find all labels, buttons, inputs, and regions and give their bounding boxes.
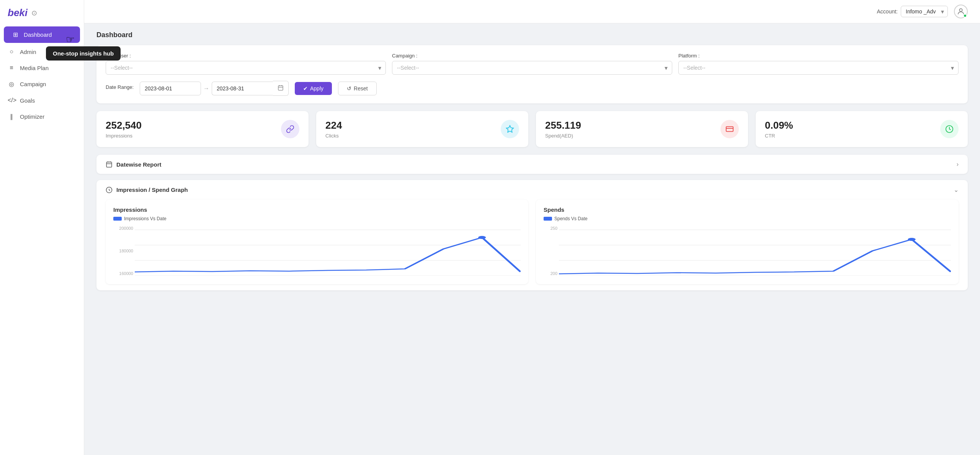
spends-chart-legend: Spends Vs Date xyxy=(544,216,951,221)
account-select[interactable]: Infomo _Adv xyxy=(901,6,948,17)
impression-spend-chevron-icon: ⌄ xyxy=(954,186,959,193)
advertiser-select[interactable]: --Select-- xyxy=(106,61,386,75)
metrics-row: 252,540 Impressions 224 Clicks xyxy=(96,111,968,147)
datewise-report-header[interactable]: Datewise Report › xyxy=(106,161,959,168)
metric-card-ctr: 0.09% CTR xyxy=(756,111,968,147)
sidebar-item-optimizer[interactable]: ∥ Optimizer xyxy=(0,108,84,125)
campaign-icon: ◎ xyxy=(8,80,15,88)
date-start-input[interactable] xyxy=(140,82,201,95)
date-separator: → xyxy=(203,85,209,92)
spend-graph-icon xyxy=(106,187,113,193)
platform-label: Platform : xyxy=(678,53,959,59)
history-icon[interactable]: ⊙ xyxy=(31,9,37,17)
impression-spend-label: Impression / Spend Graph xyxy=(116,187,188,193)
page-title: Dashboard xyxy=(96,31,968,39)
y-label-180000: 180000 xyxy=(113,249,133,253)
campaign-select-wrapper: --Select-- xyxy=(392,61,672,75)
sidebar-item-campaign[interactable]: ◎ Campaign xyxy=(0,76,84,92)
metric-info-impressions: 252,540 Impressions xyxy=(106,119,142,139)
datewise-report-label: Datewise Report xyxy=(116,161,162,168)
impressions-chart: Impressions Impressions Vs Date 200000 1… xyxy=(106,200,528,284)
topbar: Account: Infomo _Adv xyxy=(84,0,980,23)
sidebar-label-goals: Goals xyxy=(20,97,35,104)
date-range-inputs: → xyxy=(140,81,289,96)
tooltip-container: ☞ One-stop insights hub xyxy=(46,34,121,61)
metric-value-spend: 255.119 xyxy=(545,119,581,131)
metric-info-spend: 255.119 Spend(AED) xyxy=(545,119,581,139)
platform-select[interactable]: --Select-- xyxy=(678,61,959,75)
impressions-chart-title: Impressions xyxy=(113,206,521,213)
spends-chart-area: 250 200 xyxy=(544,226,951,277)
campaign-select[interactable]: --Select-- xyxy=(392,61,672,75)
svg-rect-5 xyxy=(726,127,733,132)
metric-card-clicks: 224 Clicks xyxy=(316,111,528,147)
campaign-label: Campaign : xyxy=(392,53,672,59)
metric-value-impressions: 252,540 xyxy=(106,119,142,131)
y-label-160000: 160000 xyxy=(113,271,133,276)
spends-y-axis: 250 200 xyxy=(544,226,557,276)
advertiser-select-wrapper: --Select-- xyxy=(106,61,386,75)
metric-value-ctr: 0.09% xyxy=(765,119,793,131)
filter-card: Advertiser : --Select-- Campaign : --Sel… xyxy=(96,45,968,103)
advertiser-label: Advertiser : xyxy=(106,53,386,59)
impressions-chart-svg-wrapper xyxy=(135,226,521,277)
calendar-icon-button[interactable] xyxy=(273,81,289,96)
sidebar-item-media-plan[interactable]: ≡ Media Plan xyxy=(0,60,84,76)
reset-button[interactable]: ↺ Reset xyxy=(338,82,377,95)
impression-spend-header[interactable]: Impression / Spend Graph ⌄ xyxy=(106,186,959,193)
y-label-250: 250 xyxy=(544,226,557,231)
goals-icon: </> xyxy=(8,97,15,104)
impressions-chart-legend: Impressions Vs Date xyxy=(113,216,521,221)
impressions-legend-label: Impressions Vs Date xyxy=(124,216,167,221)
advertiser-group: Advertiser : --Select-- xyxy=(106,53,386,75)
impressions-legend-box xyxy=(113,217,122,221)
impressions-svg xyxy=(135,226,521,276)
apply-label: Apply xyxy=(310,85,323,92)
main-content: Account: Infomo _Adv Dashboard Advertise… xyxy=(84,0,980,455)
apply-button[interactable]: ✔ Apply xyxy=(295,82,332,95)
datewise-report-title: Datewise Report xyxy=(106,161,162,168)
date-end-input[interactable] xyxy=(212,82,273,95)
spends-legend-label: Spends Vs Date xyxy=(554,216,588,221)
metric-card-spend: 255.119 Spend(AED) xyxy=(536,111,748,147)
date-range-label: Date Range: xyxy=(106,84,134,90)
logo-area: beki ⊙ xyxy=(0,0,84,23)
filter-row-selects: Advertiser : --Select-- Campaign : --Sel… xyxy=(106,53,959,75)
reset-label: Reset xyxy=(354,85,368,92)
spends-svg xyxy=(559,226,951,276)
sidebar-label-media-plan: Media Plan xyxy=(20,65,49,71)
admin-icon: ○ xyxy=(8,48,15,55)
optimizer-icon: ∥ xyxy=(8,113,15,120)
metric-info-ctr: 0.09% CTR xyxy=(765,119,793,139)
sidebar-nav: ⊞ Dashboard ○ Admin ≡ Media Plan ◎ Campa… xyxy=(0,26,84,455)
y-label-200000: 200000 xyxy=(113,226,133,231)
page-content: Dashboard Advertiser : --Select-- Campai… xyxy=(84,23,980,304)
sidebar-item-goals[interactable]: </> Goals xyxy=(0,92,84,108)
user-avatar[interactable] xyxy=(954,5,968,18)
datewise-report-section: Datewise Report › xyxy=(96,155,968,174)
sidebar-label-admin: Admin xyxy=(20,49,36,55)
svg-point-0 xyxy=(959,9,962,11)
apply-check-icon: ✔ xyxy=(303,85,308,92)
datewise-chevron-icon: › xyxy=(957,161,959,168)
clicks-icon xyxy=(501,120,519,138)
datewise-calendar-icon xyxy=(106,161,113,168)
metric-label-clicks: Clicks xyxy=(325,133,342,139)
user-status-dot xyxy=(963,14,967,18)
impression-spend-title: Impression / Spend Graph xyxy=(106,187,188,193)
metric-label-ctr: CTR xyxy=(765,133,793,139)
impressions-chart-area: 200000 180000 160000 xyxy=(113,226,521,277)
svg-rect-1 xyxy=(278,86,283,90)
spends-legend-box xyxy=(544,217,552,221)
impressions-icon xyxy=(281,120,299,138)
metric-value-clicks: 224 xyxy=(325,119,342,131)
metric-label-impressions: Impressions xyxy=(106,133,142,139)
ctr-icon xyxy=(940,120,959,138)
metric-info-clicks: 224 Clicks xyxy=(325,119,342,139)
tooltip-text: One-stop insights hub xyxy=(46,46,121,61)
svg-point-22 xyxy=(908,238,915,241)
media-plan-icon: ≡ xyxy=(8,64,15,71)
spend-icon xyxy=(720,120,739,138)
metric-label-spend: Spend(AED) xyxy=(545,133,581,139)
platform-group: Platform : --Select-- xyxy=(678,53,959,75)
